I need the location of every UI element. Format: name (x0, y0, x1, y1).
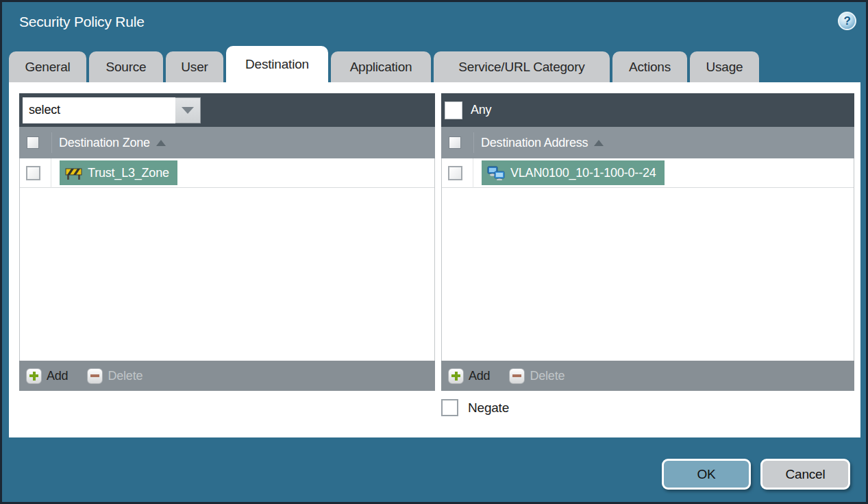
destination-address-panel: Any Destination Address (441, 93, 854, 391)
cancel-button[interactable]: Cancel (760, 459, 850, 490)
zone-delete-button[interactable]: Delete (87, 368, 142, 384)
address-delete-button[interactable]: Delete (509, 368, 565, 384)
address-chip[interactable]: VLAN0100_10-1-100-0--24 (482, 160, 665, 185)
tab-application[interactable]: Application (331, 51, 431, 82)
zone-barrier-icon (65, 166, 82, 180)
tab-service-url-category[interactable]: Service/URL Category (434, 51, 610, 82)
zone-row-checkbox[interactable] (26, 166, 40, 180)
address-list: VLAN0100_10-1-100-0--24 (441, 158, 854, 361)
address-row[interactable]: VLAN0100_10-1-100-0--24 (442, 158, 854, 188)
sort-ascending-icon[interactable] (156, 140, 166, 146)
negate-label: Negate (468, 400, 509, 416)
zone-select-dropdown (23, 97, 201, 123)
zone-panel-footer: Add Delete (19, 361, 435, 391)
add-icon (448, 368, 464, 384)
tab-destination[interactable]: Destination (226, 46, 328, 82)
zone-row-cell: Trust_L3_Zone (51, 158, 177, 188)
address-column-header-cell[interactable]: Destination Address (473, 132, 604, 153)
zone-select-dropdown-button[interactable] (175, 97, 201, 123)
address-row-cell: VLAN0100_10-1-100-0--24 (473, 158, 665, 188)
negate-checkbox[interactable] (441, 399, 458, 416)
security-policy-rule-dialog: Security Policy Rule ? General Source Us… (0, 0, 868, 504)
address-any-checkbox[interactable] (445, 101, 462, 119)
zone-add-label: Add (47, 369, 68, 383)
ok-button[interactable]: OK (662, 459, 751, 490)
negate-option: Negate (441, 399, 509, 416)
chevron-down-icon (182, 107, 194, 114)
zone-row-label: Trust_L3_Zone (88, 166, 169, 180)
zone-column-header-cell[interactable]: Destination Zone (51, 132, 166, 153)
zone-filter-bar (19, 93, 435, 127)
address-add-button[interactable]: Add (448, 368, 490, 384)
destination-tab-content: Destination Zone (9, 82, 860, 437)
add-icon (26, 368, 42, 384)
tab-source[interactable]: Source (89, 51, 163, 82)
zone-select-input[interactable] (23, 97, 175, 123)
delete-icon (509, 368, 525, 384)
tab-bar: General Source User Destination Applicat… (9, 46, 762, 82)
zone-column-header-row: Destination Zone (19, 127, 435, 158)
zone-delete-label: Delete (108, 369, 142, 383)
address-column-header-label: Destination Address (481, 136, 588, 150)
dialog-title: Security Policy Rule (19, 14, 145, 30)
address-panel-footer: Add Delete (441, 361, 854, 391)
tab-general[interactable]: General (9, 51, 86, 82)
help-icon[interactable]: ? (838, 12, 856, 30)
address-select-all-checkbox[interactable] (449, 136, 461, 149)
tab-actions[interactable]: Actions (612, 51, 687, 82)
zone-column-header-label: Destination Zone (59, 136, 150, 150)
sort-ascending-icon[interactable] (594, 140, 604, 146)
tab-user[interactable]: User (166, 51, 223, 82)
address-row-checkbox[interactable] (448, 166, 462, 180)
zone-row[interactable]: Trust_L3_Zone (20, 158, 434, 188)
delete-icon (87, 368, 103, 384)
zone-select-all-checkbox[interactable] (27, 136, 39, 149)
address-any-bar: Any (441, 93, 854, 127)
address-column-header-row: Destination Address (441, 127, 854, 158)
zone-list: Trust_L3_Zone (19, 158, 435, 361)
tab-usage[interactable]: Usage (690, 51, 759, 82)
address-any-label: Any (471, 103, 491, 117)
address-row-label: VLAN0100_10-1-100-0--24 (510, 166, 656, 180)
network-computers-icon (487, 166, 505, 180)
zone-chip[interactable]: Trust_L3_Zone (60, 160, 177, 185)
zone-add-button[interactable]: Add (26, 368, 68, 384)
address-delete-label: Delete (530, 369, 565, 383)
destination-zone-panel: Destination Zone (19, 93, 435, 391)
address-add-label: Add (469, 369, 490, 383)
